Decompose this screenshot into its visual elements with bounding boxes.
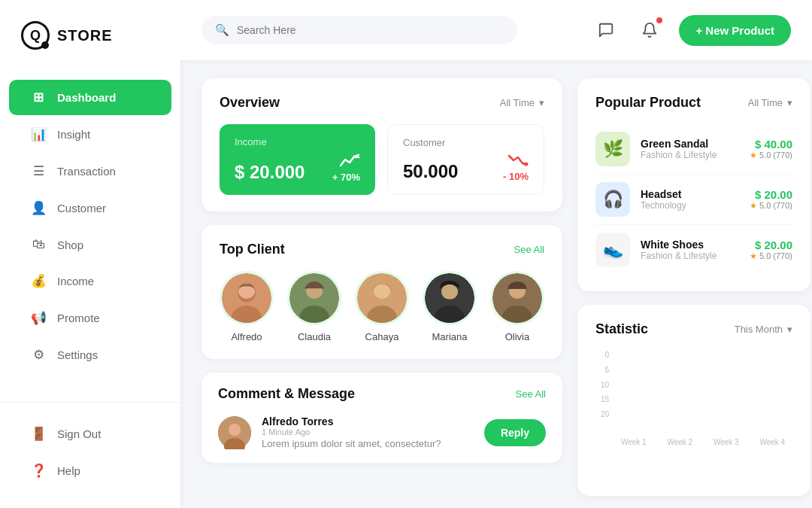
product-item-0[interactable]: 🌿 Green Sandal Fashion & Lifestyle $ 40.… xyxy=(595,124,792,175)
avatar-mariana xyxy=(423,271,477,325)
sidebar-label-settings: Settings xyxy=(57,348,98,361)
income-icon: 💰 xyxy=(30,273,47,289)
transaction-icon: ☰ xyxy=(30,163,47,179)
search-bar[interactable]: 🔍 xyxy=(201,16,517,44)
income-change: + 70% xyxy=(332,172,360,183)
customer-value-row: 50.000 - 10% xyxy=(403,153,529,182)
top-client-title: Top Client xyxy=(220,242,285,257)
overview-title: Overview xyxy=(220,95,280,111)
sidebar-item-transaction[interactable]: ☰ Transaction xyxy=(9,154,171,189)
comment-text: Lorem ipsum dolor sit amet, consectetur? xyxy=(262,438,474,449)
customer-change: - 10% xyxy=(503,171,529,182)
sidebar-item-shop[interactable]: 🛍 Shop xyxy=(9,227,171,262)
x-labels: Week 1 Week 2 Week 3 Week 4 xyxy=(614,438,792,446)
popular-product-filter-label: All Time xyxy=(748,97,783,108)
client-item-mariana[interactable]: Mariana xyxy=(423,271,477,342)
sidebar-item-income[interactable]: 💰 Income xyxy=(9,263,171,299)
logo: Q STORE xyxy=(0,0,180,71)
star-icon-0: ★ xyxy=(750,151,757,160)
reply-button[interactable]: Reply xyxy=(484,419,546,446)
income-value-row: $ 20.000 + 70% xyxy=(235,154,360,183)
customer-value: 50.000 xyxy=(403,161,458,182)
popular-product-title: Popular Product xyxy=(595,95,701,111)
notifications-button[interactable] xyxy=(635,16,664,44)
chevron-down-icon: ▾ xyxy=(539,97,544,108)
y-label-15: 15 xyxy=(595,395,609,403)
sidebar-item-signout[interactable]: 🚪 Sign Out xyxy=(9,416,171,452)
signout-icon: 🚪 xyxy=(30,426,47,442)
sidebar-item-settings[interactable]: ⚙ Settings xyxy=(9,337,171,373)
y-label-20: 20 xyxy=(595,410,609,418)
star-icon-2: ★ xyxy=(750,251,757,260)
sidebar-item-insight[interactable]: 📊 Insight xyxy=(9,117,171,152)
sidebar-label-shop: Shop xyxy=(57,239,83,251)
customer-label: Customer xyxy=(403,137,529,148)
customer-icon: 👤 xyxy=(30,200,47,216)
messages-icon xyxy=(598,22,614,38)
notification-badge xyxy=(656,17,662,23)
avatar-cahaya xyxy=(355,271,409,325)
client-avatars: Alfredo xyxy=(220,271,544,342)
sidebar-label-dashboard: Dashboard xyxy=(57,91,116,104)
comment-title: Comment & Message xyxy=(218,386,355,402)
insight-icon: 📊 xyxy=(30,126,47,142)
comment-card: Comment & Message See All Alfredo Torres… xyxy=(201,373,562,463)
popular-product-header: Popular Product All Time ▾ xyxy=(595,95,792,111)
svg-point-19 xyxy=(229,424,241,436)
product-category-2: Fashion & Lifestyle xyxy=(641,251,739,261)
overview-filter[interactable]: All Time ▾ xyxy=(500,97,544,108)
product-item-1[interactable]: 🎧 Headset Technology $ 20.00 ★ 5.0 (770) xyxy=(595,175,792,225)
chevron-down-icon-2: ▾ xyxy=(787,97,792,108)
shop-icon: 🛍 xyxy=(30,237,47,252)
bars-container xyxy=(614,351,792,433)
statistic-filter[interactable]: This Month ▾ xyxy=(735,324,792,335)
sidebar-item-customer[interactable]: 👤 Customer xyxy=(9,190,171,226)
chevron-down-icon-3: ▾ xyxy=(787,324,792,335)
messages-button[interactable] xyxy=(592,16,620,44)
avatar-claudia xyxy=(287,271,341,325)
right-panel: Popular Product All Time ▾ 🌿 Green Sanda… xyxy=(577,78,810,496)
sidebar-bottom: 🚪 Sign Out ❓ Help xyxy=(0,402,180,508)
statistic-title: Statistic xyxy=(595,321,648,337)
help-icon: ❓ xyxy=(30,463,47,479)
top-client-see-all[interactable]: See All xyxy=(514,244,544,255)
y-label-10: 10 xyxy=(595,381,609,389)
popular-product-filter[interactable]: All Time ▾ xyxy=(748,97,792,108)
client-item-olivia[interactable]: Olivia xyxy=(490,271,544,342)
sidebar-item-dashboard[interactable]: ⊞ Dashboard xyxy=(9,80,171,115)
client-item-alfredo[interactable]: Alfredo xyxy=(220,271,274,342)
product-thumb-2: 👟 xyxy=(595,233,630,267)
new-product-button[interactable]: + New Product xyxy=(679,15,791,46)
client-item-claudia[interactable]: Claudia xyxy=(287,271,341,342)
bell-icon xyxy=(641,22,658,38)
chart-body: Week 1 Week 2 Week 3 Week 4 xyxy=(614,351,792,446)
topbar-actions: + New Product xyxy=(592,15,791,46)
product-item-2[interactable]: 👟 White Shoes Fashion & Lifestyle $ 20.0… xyxy=(595,225,792,275)
sidebar-label-promote: Promote xyxy=(57,312,100,324)
product-name-0: Green Sandal xyxy=(641,138,739,150)
client-name-cahaya: Cahaya xyxy=(365,331,399,342)
product-thumb-1: 🎧 xyxy=(595,182,630,217)
settings-icon: ⚙ xyxy=(30,347,47,363)
left-panel: Overview All Time ▾ Income $ 20.000 xyxy=(201,78,562,496)
logo-icon: Q xyxy=(21,21,50,50)
y-axis: 20 15 10 5 0 xyxy=(595,351,609,433)
x-label-week2: Week 2 xyxy=(660,438,701,446)
customer-trend-icon xyxy=(508,153,529,168)
sidebar-item-help[interactable]: ❓ Help xyxy=(9,453,171,488)
comment-see-all[interactable]: See All xyxy=(516,388,546,400)
sidebar-item-promote[interactable]: 📢 Promote xyxy=(9,300,171,336)
search-input[interactable] xyxy=(237,24,504,36)
client-name-olivia: Olivia xyxy=(505,331,530,342)
sidebar-label-income: Income xyxy=(57,275,94,287)
customer-stat-card: Customer 50.000 - 10% xyxy=(387,124,544,195)
sidebar-label-insight: Insight xyxy=(57,128,90,141)
income-stat-card: Income $ 20.000 + 70% xyxy=(220,124,375,195)
y-label-0: 0 xyxy=(595,351,609,359)
sidebar: Q STORE ⊞ Dashboard 📊 Insight ☰ Transact… xyxy=(0,0,180,508)
brand-name: STORE xyxy=(57,27,113,44)
topbar: 🔍 + New Product xyxy=(180,0,812,60)
client-item-cahaya[interactable]: Cahaya xyxy=(355,271,409,342)
content-area: Overview All Time ▾ Income $ 20.000 xyxy=(180,60,812,508)
price-rating-1: ★ 5.0 (770) xyxy=(750,201,792,211)
